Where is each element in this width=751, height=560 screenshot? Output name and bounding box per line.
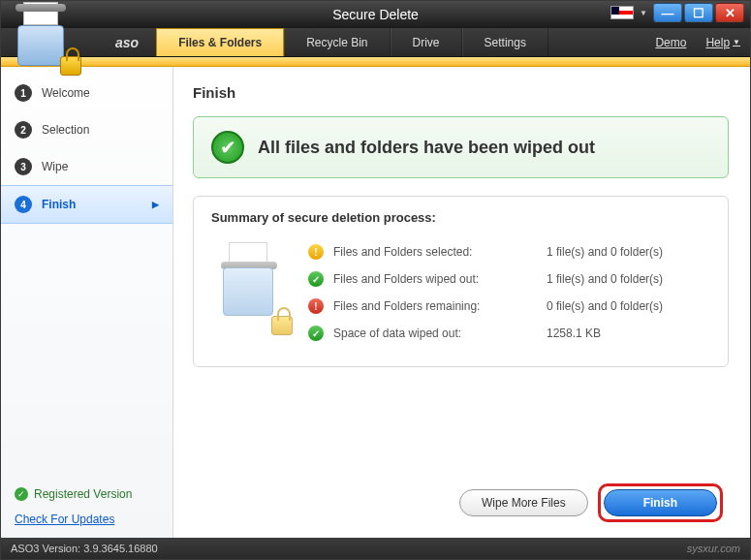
sidebar-step-wipe[interactable]: 3 Wipe — [1, 148, 172, 185]
step-label: Selection — [42, 123, 89, 137]
shredder-icon — [211, 238, 298, 345]
summary-title: Summary of secure deletion process: — [211, 210, 710, 225]
close-button[interactable]: ✕ — [715, 3, 744, 22]
chevron-down-icon: ▼ — [733, 38, 740, 47]
sidebar: 1 Welcome 2 Selection 3 Wipe 4 Finish ▶ … — [1, 67, 173, 538]
finish-button[interactable]: Finish — [604, 489, 717, 516]
step-number-icon: 2 — [15, 121, 32, 139]
minimize-button[interactable]: — — [653, 3, 682, 22]
demo-link[interactable]: Demo — [645, 28, 696, 56]
check-updates-link[interactable]: Check For Updates — [15, 513, 159, 526]
maximize-button[interactable]: ☐ — [684, 3, 713, 22]
chevron-down-icon[interactable]: ▼ — [640, 9, 647, 17]
warning-icon: ! — [308, 244, 324, 260]
success-message: All files and folders have been wiped ou… — [258, 138, 595, 158]
highlight-ring: Finish — [598, 483, 723, 522]
check-icon: ✓ — [308, 271, 324, 287]
success-banner: ✔ All files and folders have been wiped … — [193, 116, 729, 178]
brand-label: aso — [98, 28, 156, 56]
step-label: Wipe — [42, 160, 68, 173]
language-flag-icon[interactable] — [610, 6, 634, 19]
check-icon: ✓ — [15, 487, 28, 501]
watermark: sysxur.com — [687, 543, 740, 554]
sidebar-step-selection[interactable]: 2 Selection — [1, 111, 172, 148]
sidebar-step-finish[interactable]: 4 Finish ▶ — [1, 185, 172, 224]
check-icon: ✔ — [211, 131, 244, 164]
error-icon: ! — [308, 298, 324, 314]
summary-row-wiped: ✓ Files and Folders wiped out: 1 file(s)… — [308, 265, 710, 293]
step-number-icon: 4 — [15, 196, 32, 213]
sidebar-step-welcome[interactable]: 1 Welcome — [1, 75, 172, 111]
step-label: Welcome — [42, 86, 90, 100]
summary-row-selected: ! Files and Folders selected: 1 file(s) … — [308, 238, 710, 265]
step-label: Finish — [42, 198, 76, 211]
wipe-more-button[interactable]: Wipe More Files — [459, 489, 588, 516]
window-title: Secure Delete — [332, 7, 419, 22]
action-row: Wipe More Files Finish — [193, 470, 729, 528]
summary-row-remaining: ! Files and Folders remaining: 0 file(s)… — [308, 293, 710, 320]
chevron-right-icon: ▶ — [152, 200, 159, 209]
main-content: Finish ✔ All files and folders have been… — [173, 67, 750, 538]
statusbar: ASO3 Version: 3.9.3645.16880 sysxur.com — [1, 538, 750, 559]
tab-drive[interactable]: Drive — [391, 28, 462, 56]
tab-settings[interactable]: Settings — [462, 28, 548, 56]
version-label: ASO3 Version: 3.9.3645.16880 — [11, 543, 158, 554]
check-icon: ✓ — [308, 326, 324, 341]
step-number-icon: 1 — [15, 84, 32, 102]
step-number-icon: 3 — [15, 158, 32, 175]
summary-panel: Summary of secure deletion process: ! Fi… — [193, 196, 729, 367]
help-menu[interactable]: Help▼ — [696, 28, 750, 56]
page-title: Finish — [193, 84, 729, 101]
accent-strip — [1, 57, 750, 67]
menubar: aso Files & Folders Recycle Bin Drive Se… — [1, 28, 750, 57]
registered-status: ✓ Registered Version — [15, 487, 159, 501]
tab-recycle-bin[interactable]: Recycle Bin — [284, 28, 390, 56]
summary-row-space: ✓ Space of data wiped out: 1258.1 KB — [308, 320, 710, 347]
titlebar: Secure Delete ▼ — ☐ ✕ — [1, 1, 750, 28]
app-shredder-icon — [10, 6, 87, 74]
tab-files-folders[interactable]: Files & Folders — [156, 28, 284, 56]
